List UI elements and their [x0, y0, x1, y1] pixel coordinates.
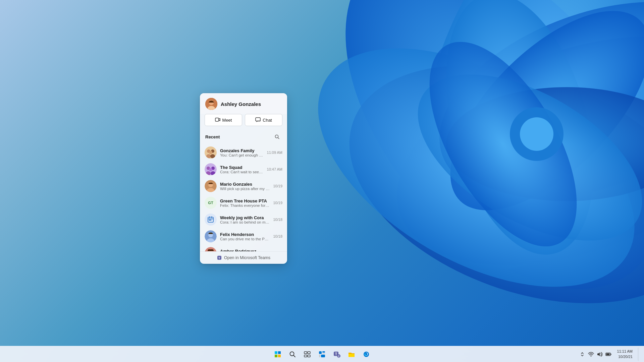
taskbar-center: T C	[271, 348, 373, 361]
svg-line-55	[293, 355, 295, 357]
svg-point-2	[366, 0, 644, 309]
taskbar: T C	[0, 346, 644, 362]
chat-popup: Ashley Gonzales Meet	[200, 93, 287, 264]
chat-name: Felix Henderson	[220, 232, 270, 237]
clock-date: 10/20/21	[617, 354, 633, 359]
chat-preview: You: Can't get enough of her.	[220, 153, 264, 157]
svg-text:T: T	[335, 352, 337, 356]
avatar	[205, 247, 217, 251]
svg-rect-64	[321, 355, 325, 357]
chat-time: 10/18	[273, 218, 282, 222]
chat-time: 10/19	[273, 184, 282, 188]
avatar	[205, 214, 217, 226]
system-clock[interactable]: 11:11 AM 10/20/21	[615, 348, 635, 360]
svg-line-20	[278, 138, 279, 139]
start-button[interactable]	[271, 348, 284, 361]
svg-point-9	[391, 40, 644, 275]
widgets-button[interactable]	[315, 348, 329, 361]
list-item[interactable]: Mario Gonzales Will pick up pizza after …	[200, 178, 287, 194]
chat-content: Mario Gonzales Will pick up pizza after …	[220, 182, 270, 191]
open-teams-label: Open in Microsoft Teams	[224, 255, 270, 260]
meet-icon	[215, 117, 220, 123]
teams-icon: T	[217, 255, 222, 260]
list-item[interactable]: GT Green Tree House PTA Felix: Thanks ev…	[200, 194, 287, 211]
meet-label: Meet	[222, 118, 232, 123]
chat-name: Weekly jog with Cora	[220, 215, 270, 220]
chat-content: Green Tree House PTA Felix: Thanks every…	[220, 198, 270, 207]
list-item[interactable]: Amber Rodriguez That is awesome! Love it…	[200, 245, 287, 251]
svg-point-24	[209, 151, 212, 154]
svg-rect-18	[256, 118, 260, 121]
avatar	[205, 180, 217, 192]
svg-rect-41	[210, 220, 211, 221]
profile-header: Ashley Gonzales	[200, 93, 287, 114]
chat-content: Weekly jog with Cora Cora: I am so behin…	[220, 215, 270, 224]
chat-name: Green Tree House PTA	[220, 198, 270, 203]
show-desktop-button[interactable]	[638, 348, 640, 361]
svg-rect-59	[308, 355, 310, 357]
svg-point-10	[399, 19, 606, 270]
chat-name: Amber Rodriguez	[220, 249, 270, 252]
chat-name: The Squad	[220, 165, 264, 170]
avatar	[205, 163, 217, 175]
chat-preview: Can you drive me to the PTA today?	[220, 237, 270, 241]
svg-rect-73	[610, 354, 611, 355]
svg-rect-61	[322, 351, 325, 353]
svg-point-31	[206, 171, 211, 175]
svg-point-0	[284, 0, 644, 347]
volume-icon[interactable]	[596, 348, 604, 361]
svg-rect-52	[275, 355, 277, 357]
chat-content: Amber Rodriguez That is awesome! Love it…	[220, 249, 270, 252]
edge-browser-button[interactable]	[360, 348, 373, 361]
chat-time: 10:47 AM	[267, 167, 282, 171]
list-item[interactable]: Felix Henderson Can you drive me to the …	[200, 228, 287, 245]
search-button[interactable]	[272, 132, 282, 141]
chat-time: 11:09 AM	[267, 150, 282, 155]
svg-point-25	[206, 154, 211, 158]
chat-preview: Will pick up pizza after my practice.	[220, 187, 270, 191]
chat-time: 10/18	[273, 251, 282, 251]
chat-preview: Cora: Can't wait to see everyone!	[220, 170, 264, 174]
svg-point-1	[376, 0, 644, 303]
meet-button[interactable]: Meet	[205, 114, 242, 126]
avatar	[205, 146, 217, 159]
chat-time: 10/18	[273, 234, 282, 238]
wifi-icon[interactable]	[587, 348, 595, 361]
svg-point-7	[417, 0, 644, 243]
svg-point-5	[413, 0, 644, 237]
desktop: Ashley Gonzales Meet	[0, 0, 644, 362]
profile-avatar	[205, 98, 217, 110]
svg-rect-69	[348, 353, 355, 354]
chat-label: Chat	[263, 118, 272, 123]
svg-point-6	[420, 0, 619, 271]
avatar	[205, 230, 217, 242]
svg-rect-72	[606, 353, 609, 355]
list-item[interactable]: Weekly jog with Cora Cora: I am so behin…	[200, 211, 287, 228]
list-item[interactable]: The Squad Cora: Can't wait to see everyo…	[200, 161, 287, 178]
search-button[interactable]	[286, 348, 299, 361]
svg-rect-62	[322, 353, 325, 354]
chat-name: Mario Gonzales	[220, 182, 270, 187]
svg-point-4	[278, 0, 644, 336]
svg-point-12	[520, 117, 553, 151]
list-item[interactable]: Gonzales Family You: Can't get enough of…	[200, 144, 287, 161]
svg-point-30	[209, 168, 212, 171]
svg-text:T: T	[218, 256, 220, 260]
svg-rect-63	[319, 355, 320, 357]
profile-name: Ashley Gonzales	[221, 101, 261, 107]
chat-content: Gonzales Family You: Can't get enough of…	[220, 148, 264, 157]
svg-text:C: C	[338, 355, 340, 357]
open-teams-button[interactable]: T Open in Microsoft Teams	[200, 251, 287, 264]
svg-rect-50	[275, 351, 277, 354]
svg-rect-57	[308, 352, 310, 354]
recent-label: Recent	[205, 134, 220, 139]
file-explorer-button[interactable]	[345, 348, 358, 361]
battery-icon[interactable]	[604, 348, 612, 361]
svg-rect-40	[209, 220, 210, 221]
clock-time: 11:11 AM	[617, 349, 633, 354]
chat-button[interactable]: Chat	[245, 114, 282, 126]
task-view-button[interactable]	[301, 348, 314, 361]
teams-chat-button[interactable]: T C	[330, 348, 343, 361]
wallpaper-bloom	[275, 0, 644, 352]
show-hidden-icons-button[interactable]	[578, 348, 586, 361]
